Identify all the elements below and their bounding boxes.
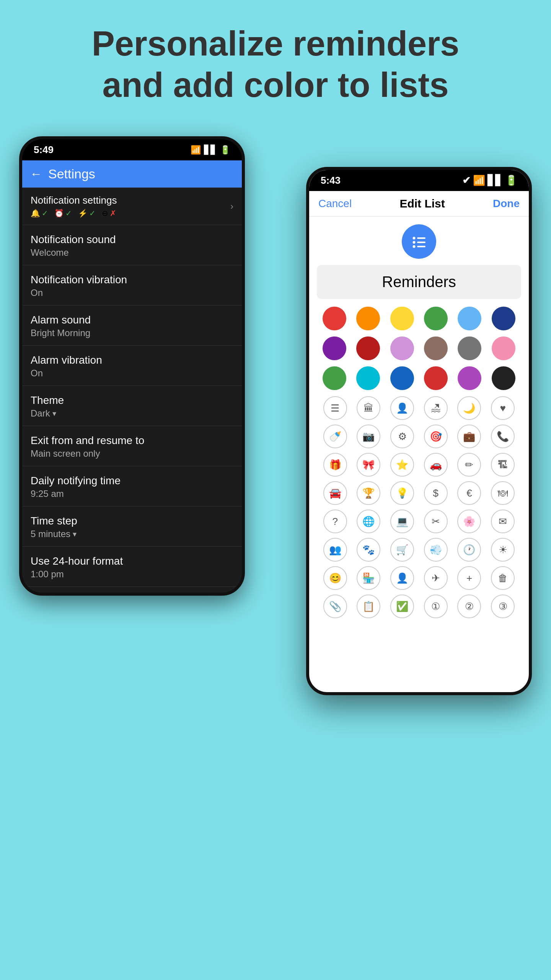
icon-dollar[interactable]: $ — [424, 481, 448, 505]
color-lavender[interactable] — [390, 336, 414, 360]
icon-food[interactable]: 🍽 — [491, 481, 515, 505]
phones-container: 5:49 📶 ▋▋ 🔋 ← Settings Notification sett… — [0, 121, 551, 887]
icon-trash[interactable]: 🗑 — [491, 566, 515, 590]
bolt-icon: ⚡ — [78, 209, 88, 218]
icon-person[interactable]: 👤 — [390, 396, 414, 420]
row-title: Time step — [31, 515, 77, 527]
icon-euro[interactable]: € — [457, 481, 481, 505]
icon-bank[interactable]: 🏛 — [357, 396, 380, 420]
color-bright-green[interactable] — [323, 366, 346, 390]
color-yellow[interactable] — [390, 307, 414, 330]
color-red[interactable] — [323, 307, 346, 330]
color-crimson[interactable] — [424, 366, 448, 390]
icon-briefcase[interactable]: 💼 — [457, 425, 481, 448]
cancel-button[interactable]: Cancel — [318, 198, 352, 210]
color-light-blue[interactable] — [458, 307, 481, 330]
icon-sun[interactable]: ☀ — [491, 538, 515, 562]
notification-icons: 🔔 ✓ ⏰ ✓ ⚡ ✓ ⊖ ✗ — [31, 209, 117, 218]
settings-row-photos[interactable]: Remind me with photos — [22, 587, 242, 596]
color-purple[interactable] — [323, 336, 346, 360]
icon-clock[interactable]: 🕐 — [457, 538, 481, 562]
wifi-icon: 📶 — [473, 175, 485, 186]
icon-trophy[interactable]: 🏆 — [357, 481, 380, 505]
icon-plane[interactable]: ✈ — [424, 566, 448, 590]
icon-people[interactable]: 👥 — [323, 538, 347, 562]
color-green[interactable] — [424, 307, 448, 330]
icon-laptop[interactable]: 💻 — [390, 510, 414, 533]
color-dark-blue[interactable] — [492, 307, 515, 330]
list-name-input[interactable]: Reminders — [317, 265, 521, 299]
settings-row-notification-vibration[interactable]: Notification vibration On — [22, 265, 242, 305]
icon-clipboard[interactable]: 📋 — [357, 595, 380, 618]
icon-bulb[interactable]: 💡 — [390, 481, 414, 505]
icon-moon[interactable]: 🌙 — [457, 396, 481, 420]
settings-row-time-step[interactable]: Time step 5 minutes ▾ — [22, 506, 242, 547]
row-title: Daily notifying time — [31, 475, 233, 487]
settings-row-24hour[interactable]: Use 24-hour format 1:00 pm — [22, 547, 242, 587]
settings-row-alarm-sound[interactable]: Alarm sound Bright Morning — [22, 305, 242, 346]
settings-row-exit-resume[interactable]: Exit from and resume to Main screen only — [22, 426, 242, 466]
icon-ribbon[interactable]: 🎀 — [357, 453, 380, 477]
icon-heart[interactable]: ♥ — [491, 396, 515, 420]
row-value: 1:00 pm — [31, 569, 233, 580]
icon-question[interactable]: ? — [323, 510, 347, 533]
icon-globe[interactable]: 🌐 — [357, 510, 380, 533]
icon-phone[interactable]: 📞 — [491, 425, 515, 448]
icon-list[interactable]: ☰ — [323, 396, 347, 420]
icon-three[interactable]: ③ — [491, 595, 515, 618]
icon-car[interactable]: 🚗 — [424, 453, 448, 477]
row-value: Main screen only — [31, 448, 233, 459]
row-title: Alarm vibration — [31, 354, 233, 366]
icon-construction[interactable]: 🏗 — [491, 453, 515, 477]
icon-camera[interactable]: 📷 — [357, 425, 380, 448]
icon-flower[interactable]: 🌸 — [457, 510, 481, 533]
color-brown[interactable] — [424, 336, 448, 360]
list-icon-button[interactable] — [402, 224, 436, 259]
icon-paperclip[interactable]: 📎 — [323, 595, 347, 618]
color-pink[interactable] — [492, 336, 515, 360]
notification-settings-row[interactable]: Notification settings 🔔 ✓ ⏰ ✓ ⚡ ✓ — [22, 188, 242, 225]
color-gray[interactable] — [458, 336, 481, 360]
icon-target[interactable]: 🎯 — [424, 425, 448, 448]
settings-row-notification-sound[interactable]: Notification sound Welcome — [22, 225, 242, 265]
icon-checkmark[interactable]: ✅ — [390, 595, 414, 618]
icon-plus[interactable]: + — [457, 566, 481, 590]
phone1-app-header: ← Settings — [22, 160, 242, 188]
icon-mail[interactable]: ✉ — [491, 510, 515, 533]
phone2-status-icons: ✔ 📶 ▋▋ 🔋 — [462, 175, 517, 186]
settings-row-alarm-vibration[interactable]: Alarm vibration On — [22, 346, 242, 386]
icon-pencil[interactable]: ✏ — [457, 453, 481, 477]
icon-user[interactable]: 👤 — [390, 566, 414, 590]
icon-gear[interactable]: ⚙ — [390, 425, 414, 448]
icon-baby[interactable]: 🍼 — [323, 425, 347, 448]
icon-vehicle[interactable]: 🚘 — [323, 481, 347, 505]
back-button[interactable]: ← — [30, 167, 42, 181]
done-button[interactable]: Done — [493, 198, 520, 210]
icon-basket[interactable]: 🛒 — [390, 538, 414, 562]
icon-fan[interactable]: 💨 — [424, 538, 448, 562]
icon-beach[interactable]: 🏖 — [424, 396, 448, 420]
color-black[interactable] — [492, 366, 515, 390]
phone2-app-header: Cancel Edit List Done — [309, 191, 529, 217]
color-teal[interactable] — [356, 366, 380, 390]
list-icon — [409, 232, 429, 251]
icon-smile[interactable]: 😊 — [323, 566, 347, 590]
verified-icon: ✔ — [462, 175, 471, 186]
settings-row-daily-time[interactable]: Daily notifying time 9:25 am — [22, 466, 242, 506]
settings-row-theme[interactable]: Theme Dark ▾ — [22, 386, 242, 426]
color-orange[interactable] — [356, 307, 380, 330]
icon-shop[interactable]: 🏪 — [357, 566, 380, 590]
icon-scissors[interactable]: ✂ — [424, 510, 448, 533]
wifi-icon: 📶 — [191, 145, 201, 155]
icon-two[interactable]: ② — [457, 595, 481, 618]
icon-one[interactable]: ① — [424, 595, 448, 618]
icon-star[interactable]: ⭐ — [390, 453, 414, 477]
icon-gift[interactable]: 🎁 — [323, 453, 347, 477]
bell-icon: 🔔 — [31, 209, 40, 218]
color-dark-red[interactable] — [356, 336, 380, 360]
row-title: Exit from and resume to — [31, 434, 233, 447]
color-medium-purple[interactable] — [458, 366, 481, 390]
color-deep-blue[interactable] — [390, 366, 414, 390]
row-value: 5 minutes ▾ — [31, 529, 77, 539]
icon-paw[interactable]: 🐾 — [357, 538, 380, 562]
